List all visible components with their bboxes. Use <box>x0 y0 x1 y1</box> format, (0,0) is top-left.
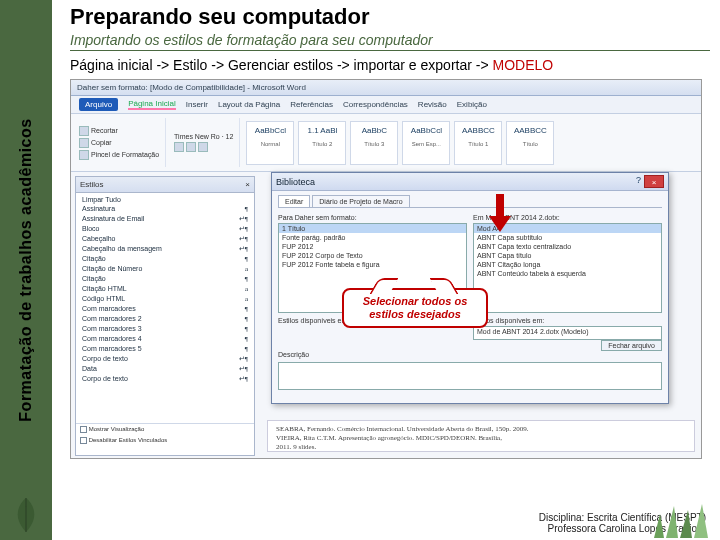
style-list-item[interactable]: Cabeçalho↵¶ <box>80 234 254 244</box>
right-file-box[interactable]: Mod de ABNT 2014 2.dotx (Modelo) <box>473 326 662 340</box>
cut-button[interactable]: Recortar <box>79 126 159 136</box>
style-box[interactable]: AaBbCclNormal <box>246 121 294 165</box>
close-icon[interactable]: × <box>245 180 250 189</box>
right-column: Em Mod ABNT 2014 2.dotx: Mod A4ABNT Capa… <box>473 214 662 349</box>
style-list-item[interactable]: Corpo de texto↵¶ <box>80 374 254 384</box>
tab-edit[interactable]: Editar <box>278 195 310 207</box>
styles-list[interactable]: Limpar TudoAssinatura¶Assinatura de Emai… <box>76 193 254 423</box>
word-screenshot: Daher sem formato: [Modo de Compatibilid… <box>70 79 702 459</box>
page-title: Preparando seu computador <box>70 4 710 30</box>
dialog-title: Biblioteca <box>276 177 315 187</box>
style-list-item[interactable]: Citação¶ <box>80 274 254 284</box>
avail-label-right: Estilos disponíveis em: <box>473 317 662 324</box>
left-label: Para Daher sem formato: <box>278 214 467 221</box>
bold-icon[interactable] <box>174 142 184 152</box>
list-item[interactable]: 1 Título <box>279 224 466 233</box>
style-list-item[interactable]: Com marcadores 4¶ <box>80 334 254 344</box>
ribbon: Recortar Copiar Pincel de Formatação Tim… <box>71 114 701 172</box>
ribbon-tabs: Arquivo Página Inicial Inserir Layout da… <box>71 96 701 114</box>
tab-macro[interactable]: Diário de Projeto de Macro <box>312 195 409 207</box>
help-icon[interactable]: ? <box>636 175 641 188</box>
tab-view[interactable]: Exibição <box>457 100 487 109</box>
list-item[interactable]: FUP 2012 <box>279 242 466 251</box>
italic-icon[interactable] <box>186 142 196 152</box>
svg-marker-1 <box>489 216 511 232</box>
style-box[interactable]: AABBCCTítulo <box>506 121 554 165</box>
dialog-tabs: Editar Diário de Projeto de Macro <box>278 195 662 208</box>
nav-path-highlight: MODELO <box>493 57 554 73</box>
list-item[interactable]: ABNT Conteúdo tabela à esquerda <box>474 269 661 278</box>
styles-pane: Estilos × Limpar TudoAssinatura¶Assinatu… <box>75 176 255 456</box>
close-file-button[interactable]: Fechar arquivo <box>601 340 662 351</box>
arrow-down-icon <box>487 194 513 234</box>
styles-pane-footer: Mostrar Visualização <box>76 423 254 435</box>
style-list-item[interactable]: Com marcadores 5¶ <box>80 344 254 354</box>
style-list-item[interactable]: Cabeçalho da mensagem↵¶ <box>80 244 254 254</box>
tab-home[interactable]: Página Inicial <box>128 99 176 110</box>
style-box[interactable]: AaBbCclSem Esp... <box>402 121 450 165</box>
doc-line: SEABRA, Fernando. Comércio Internacional… <box>276 425 686 434</box>
dialog-titlebar: Biblioteca ? × <box>272 173 668 191</box>
tab-layout[interactable]: Layout da Página <box>218 100 280 109</box>
list-item[interactable]: ABNT Capa título <box>474 251 661 260</box>
styles-pane-header: Estilos × <box>76 177 254 193</box>
style-list-item[interactable]: Limpar Tudo <box>80 195 254 204</box>
style-list-item[interactable]: Assinatura de Email↵¶ <box>80 214 254 224</box>
style-box[interactable]: 1.1 AaBlTítulo 2 <box>298 121 346 165</box>
checkbox[interactable] <box>80 437 87 444</box>
nav-path: Página inicial -> Estilo -> Gerenciar es… <box>70 57 710 73</box>
style-box[interactable]: AABBCCTítulo 1 <box>454 121 502 165</box>
tab-references[interactable]: Referências <box>290 100 333 109</box>
tab-insert[interactable]: Inserir <box>186 100 208 109</box>
list-item[interactable]: ABNT Capa subtitulo <box>474 233 661 242</box>
svg-rect-0 <box>496 194 504 216</box>
doc-line: VIEIRA, Rita C.T.M. Apresentação agroneg… <box>276 434 686 443</box>
tab-review[interactable]: Revisão <box>418 100 447 109</box>
font-group: Times New Ro · 12 <box>172 118 240 167</box>
list-item[interactable]: ABNT Citação longa <box>474 260 661 269</box>
right-styles-listbox[interactable]: Mod A4ABNT Capa subtituloABNT Capa texto… <box>473 223 662 313</box>
font-selector[interactable]: Times New Ro · 12 <box>174 133 233 140</box>
copy-button[interactable]: Copiar <box>79 138 159 148</box>
style-box[interactable]: AaBbCTítulo 3 <box>350 121 398 165</box>
close-button[interactable]: × <box>644 175 664 188</box>
clipboard-group: Recortar Copiar Pincel de Formatação <box>77 118 166 167</box>
copy-icon <box>79 138 89 148</box>
style-list-item[interactable]: Citação HTMLa <box>80 284 254 294</box>
tab-mailings[interactable]: Correspondências <box>343 100 408 109</box>
style-list-item[interactable]: Assinatura¶ <box>80 204 254 214</box>
list-item[interactable]: Fonte parág. padrão <box>279 233 466 242</box>
styles-pane-footer2: Desabilitar Estilos Vinculados <box>76 435 254 446</box>
callout-bubble: Selecionar todos os estilos desejados <box>342 288 488 328</box>
style-list-item[interactable]: Com marcadores 2¶ <box>80 314 254 324</box>
side-stripe: Formatação de trabalhos acadêmicos <box>0 0 52 540</box>
grass-icon <box>654 504 710 538</box>
checkbox[interactable] <box>80 426 87 433</box>
content-area: Preparando seu computador Importando os … <box>52 0 720 540</box>
desc-label: Descrição <box>278 351 662 358</box>
nav-path-plain: Página inicial -> Estilo -> Gerenciar es… <box>70 57 493 73</box>
window-title: Daher sem formato: [Modo de Compatibilid… <box>71 80 701 96</box>
page-subtitle: Importando os estilos de formatação para… <box>70 32 710 48</box>
brush-icon <box>79 150 89 160</box>
underline-icon[interactable] <box>198 142 208 152</box>
style-list-item[interactable]: Data↵¶ <box>80 364 254 374</box>
list-item[interactable]: ABNT Capa texto centralizado <box>474 242 661 251</box>
style-list-item[interactable]: Bloco↵¶ <box>80 224 254 234</box>
style-list-item[interactable]: Citação de Númeroa <box>80 264 254 274</box>
style-list-item[interactable]: Corpo de texto↵¶ <box>80 354 254 364</box>
scissors-icon <box>79 126 89 136</box>
styles-pane-title: Estilos <box>80 180 104 189</box>
tab-file[interactable]: Arquivo <box>79 98 118 111</box>
format-painter-button[interactable]: Pincel de Formatação <box>79 150 159 160</box>
document-body: SEABRA, Fernando. Comércio Internacional… <box>267 420 695 452</box>
style-list-item[interactable]: Com marcadores 3¶ <box>80 324 254 334</box>
styles-gallery: AaBbCclNormal 1.1 AaBlTítulo 2 AaBbCTítu… <box>246 118 695 167</box>
list-item[interactable]: FUP 2012 Corpo de Texto <box>279 251 466 260</box>
style-list-item[interactable]: Código HTMLa <box>80 294 254 304</box>
style-list-item[interactable]: Citação¶ <box>80 254 254 264</box>
style-list-item[interactable]: Com marcadores¶ <box>80 304 254 314</box>
footer: Disciplina: Escrita Científica (MESPT) P… <box>539 512 706 534</box>
list-item[interactable]: FUP 2012 Fonte tabela e figura <box>279 260 466 269</box>
divider <box>70 50 710 51</box>
